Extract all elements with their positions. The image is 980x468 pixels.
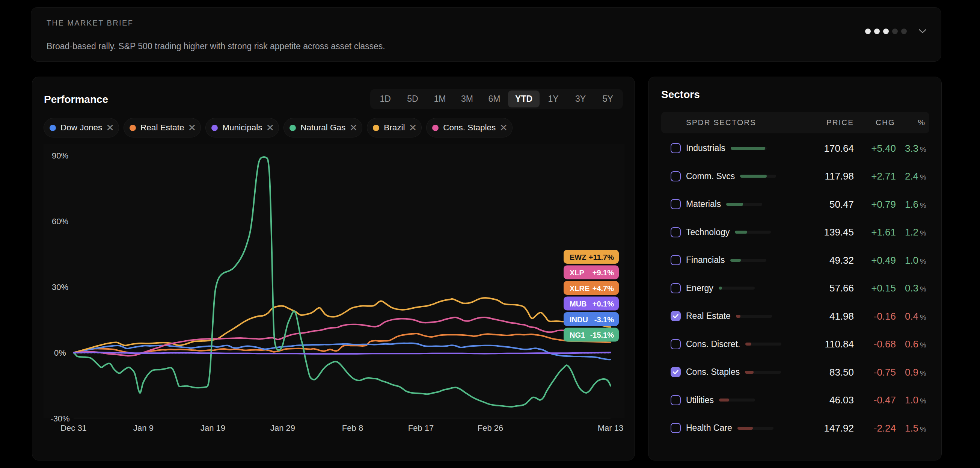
svg-text:XLP: XLP: [570, 269, 584, 277]
svg-text:Jan 19: Jan 19: [200, 423, 225, 433]
svg-text:Feb 17: Feb 17: [408, 423, 434, 433]
svg-text:+4.7%: +4.7%: [592, 284, 614, 293]
svg-text:XLRE: XLRE: [570, 284, 590, 293]
svg-text:0%: 0%: [54, 348, 66, 358]
svg-text:Feb 26: Feb 26: [477, 423, 504, 433]
svg-text:NG1: NG1: [570, 331, 585, 339]
svg-text:+9.1%: +9.1%: [592, 269, 614, 277]
svg-text:-15.1%: -15.1%: [590, 331, 614, 339]
svg-text:INDU: INDU: [570, 315, 588, 324]
svg-text:Jan 9: Jan 9: [133, 423, 154, 433]
svg-text:Dec 31: Dec 31: [60, 423, 87, 433]
svg-text:Mar 13: Mar 13: [598, 423, 623, 433]
svg-text:90%: 90%: [52, 151, 68, 161]
svg-text:Feb 8: Feb 8: [342, 423, 363, 433]
svg-text:+0.1%: +0.1%: [592, 300, 614, 308]
svg-text:+11.7%: +11.7%: [589, 253, 614, 261]
svg-text:30%: 30%: [52, 282, 68, 292]
svg-text:MUB: MUB: [570, 300, 587, 308]
svg-text:Jan 29: Jan 29: [270, 423, 295, 433]
svg-text:60%: 60%: [52, 217, 68, 226]
svg-text:-3.1%: -3.1%: [594, 315, 614, 324]
svg-text:-30%: -30%: [50, 414, 70, 423]
svg-text:EWZ: EWZ: [570, 253, 586, 261]
